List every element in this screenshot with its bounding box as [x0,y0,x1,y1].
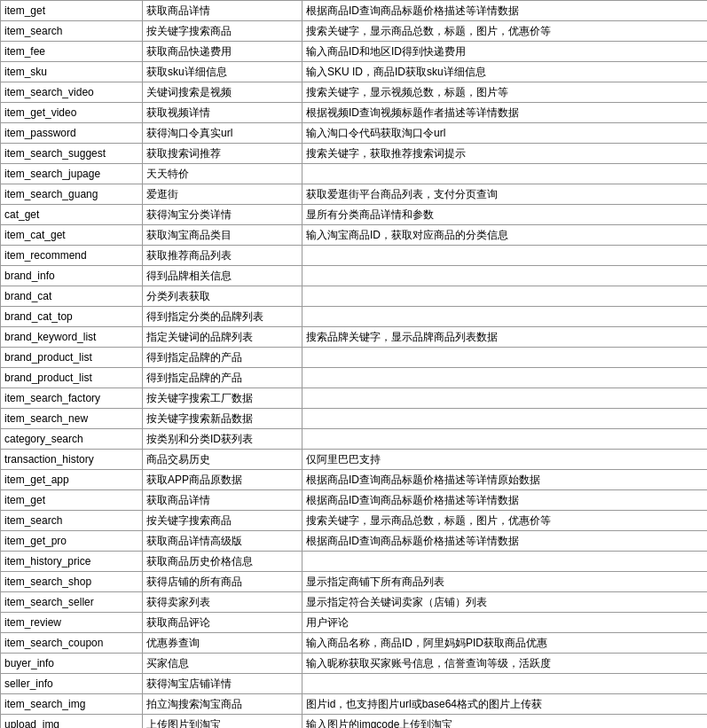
table-row: item_search_suggest获取搜索词推荐搜索关键字，获取推荐搜索词提… [1,144,708,164]
api-id: item_recommend [1,246,143,266]
api-detail: 显示指定符合关键词卖家（店铺）列表 [302,592,708,613]
api-id: item_search [1,21,143,42]
api-id: item_search [1,511,143,531]
api-desc: 爱逛街 [143,184,302,205]
api-desc: 获取搜索词推荐 [143,144,302,164]
api-id: brand_product_list [1,368,143,388]
api-id: item_search_guang [1,184,143,205]
api-desc: 得到品牌相关信息 [143,266,302,286]
api-desc: 获得淘口令真实url [143,123,302,144]
table-row: item_fee获取商品快递费用输入商品ID和地区ID得到快递费用 [1,42,708,62]
api-desc: 按关键字搜索商品 [143,511,302,531]
api-id: item_search_factory [1,388,143,409]
api-detail: 获取爱逛街平台商品列表，支付分页查询 [302,184,708,205]
table-row: brand_cat分类列表获取 [1,286,708,307]
api-id: upload_img [1,715,143,729]
table-row: brand_product_list得到指定品牌的产品 [1,348,708,368]
api-id: brand_info [1,266,143,286]
table-row: item_get_pro获取商品详情高级版根据商品ID查询商品标题价格描述等详情… [1,531,708,552]
api-id: item_search_shop [1,572,143,592]
table-row: cat_get获得淘宝分类详情显所有分类商品详情和参数 [1,205,708,225]
api-desc: 指定关键词的品牌列表 [143,327,302,348]
table-row: item_get_video获取视频详情根据视频ID查询视频标题作者描述等详情数… [1,103,708,123]
api-desc: 买家信息 [143,654,302,674]
api-desc: 获取商品评论 [143,613,302,633]
table-row: item_search_factory按关键字搜索工厂数据 [1,388,708,409]
table-row: item_search_shop获得店铺的所有商品显示指定商铺下所有商品列表 [1,572,708,592]
api-desc: 按关键字搜索工厂数据 [143,388,302,409]
table-row: item_search按关键字搜索商品搜索关键字，显示商品总数，标题，图片，优惠… [1,511,708,531]
api-detail: 输入商品名称，商品ID，阿里妈妈PID获取商品优惠 [302,633,708,654]
api-id: item_search_jupage [1,164,143,184]
api-detail: 搜索关键字，获取推荐搜索词提示 [302,144,708,164]
api-detail: 输入淘口令代码获取淘口令url [302,123,708,144]
api-desc: 获取商品详情高级版 [143,531,302,552]
api-detail [302,429,708,450]
api-desc: 获取推荐商品列表 [143,246,302,266]
table-row: item_get获取商品详情根据商品ID查询商品标题价格描述等详情数据 [1,490,708,511]
table-row: item_password获得淘口令真实url输入淘口令代码获取淘口令url [1,123,708,144]
api-desc: 获取商品历史价格信息 [143,552,302,572]
api-desc: 获取sku详细信息 [143,62,302,82]
api-detail: 输入SKU ID，商品ID获取sku详细信息 [302,62,708,82]
api-id: brand_cat_top [1,307,143,327]
api-id: item_search_img [1,694,143,715]
api-detail: 输入昵称获取买家账号信息，信誉查询等级，活跃度 [302,654,708,674]
api-detail [302,388,708,409]
api-id: cat_get [1,205,143,225]
api-desc: 获取APP商品原数据 [143,470,302,490]
api-detail [302,674,708,694]
api-detail: 输入商品ID和地区ID得到快递费用 [302,42,708,62]
api-detail [302,368,708,388]
api-id: category_search [1,429,143,450]
api-desc: 得到指定品牌的产品 [143,348,302,368]
table-row: item_recommend获取推荐商品列表 [1,246,708,266]
api-detail: 根据商品ID查询商品标题价格描述等详情原始数据 [302,470,708,490]
api-desc: 获取商品详情 [143,490,302,511]
api-desc: 关键词搜索是视频 [143,82,302,103]
table-row: item_search_jupage天天特价 [1,164,708,184]
api-id: item_search_suggest [1,144,143,164]
table-row: upload_img上传图片到淘宝输入图片的imgcode上传到淘宝 [1,715,708,729]
table-row: item_search_seller获得卖家列表显示指定符合关键词卖家（店铺）列… [1,592,708,613]
api-detail [302,348,708,368]
api-id: item_get_pro [1,531,143,552]
api-id: buyer_info [1,654,143,674]
api-desc: 商品交易历史 [143,450,302,470]
api-id: brand_cat [1,286,143,307]
api-id: item_fee [1,42,143,62]
api-desc: 获得卖家列表 [143,592,302,613]
table-row: brand_cat_top得到指定分类的品牌列表 [1,307,708,327]
api-id: item_get [1,1,143,21]
api-detail [302,409,708,429]
api-id: item_get_video [1,103,143,123]
table-row: item_search_new按关键字搜索新品数据 [1,409,708,429]
table-row: item_history_price获取商品历史价格信息 [1,552,708,572]
api-id: seller_info [1,674,143,694]
api-desc: 获得店铺的所有商品 [143,572,302,592]
api-id: item_password [1,123,143,144]
api-detail: 根据商品ID查询商品标题价格描述等详情数据 [302,490,708,511]
api-detail: 用户评论 [302,613,708,633]
table-row: item_search_guang爱逛街获取爱逛街平台商品列表，支付分页查询 [1,184,708,205]
api-id: item_sku [1,62,143,82]
api-detail: 根据商品ID查询商品标题价格描述等详情数据 [302,531,708,552]
table-row: brand_keyword_list指定关键词的品牌列表搜索品牌关键字，显示品牌… [1,327,708,348]
api-desc: 优惠券查询 [143,633,302,654]
api-desc: 拍立淘搜索淘宝商品 [143,694,302,715]
api-id: item_review [1,613,143,633]
api-id: item_search_coupon [1,633,143,654]
table-row: brand_info得到品牌相关信息 [1,266,708,286]
api-detail [302,552,708,572]
api-id: item_search_video [1,82,143,103]
api-desc: 得到指定分类的品牌列表 [143,307,302,327]
api-desc: 获得淘宝店铺详情 [143,674,302,694]
table-row: item_search_video关键词搜索是视频搜索关键字，显示视频总数，标题… [1,82,708,103]
api-id: item_history_price [1,552,143,572]
api-detail: 根据视频ID查询视频标题作者描述等详情数据 [302,103,708,123]
table-row: item_search_coupon优惠券查询输入商品名称，商品ID，阿里妈妈P… [1,633,708,654]
api-id: item_search_new [1,409,143,429]
api-id: brand_product_list [1,348,143,368]
api-detail [302,307,708,327]
table-row: item_get_app获取APP商品原数据根据商品ID查询商品标题价格描述等详… [1,470,708,490]
